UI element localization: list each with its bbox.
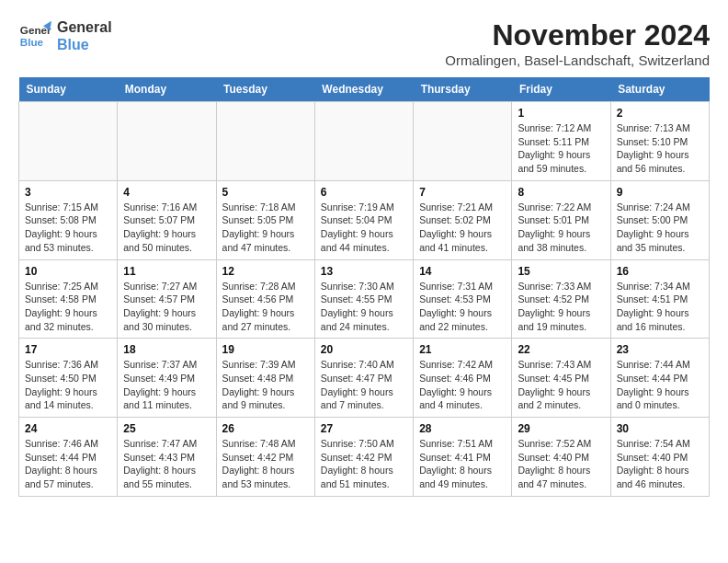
day-info: Sunrise: 7:33 AM Sunset: 4:52 PM Dayligh… <box>518 280 604 334</box>
calendar-cell: 11Sunrise: 7:27 AM Sunset: 4:57 PM Dayli… <box>118 259 216 339</box>
day-info: Sunrise: 7:51 AM Sunset: 4:41 PM Dayligh… <box>419 437 506 491</box>
day-number: 11 <box>123 265 210 278</box>
day-number: 29 <box>518 422 604 435</box>
calendar-cell: 7Sunrise: 7:21 AM Sunset: 5:02 PM Daylig… <box>414 180 512 259</box>
day-of-week-monday: Monday <box>118 77 216 102</box>
day-info: Sunrise: 7:18 AM Sunset: 5:05 PM Dayligh… <box>222 201 309 255</box>
day-info: Sunrise: 7:19 AM Sunset: 5:04 PM Dayligh… <box>321 201 407 255</box>
day-info: Sunrise: 7:54 AM Sunset: 4:40 PM Dayligh… <box>617 437 703 491</box>
day-number: 7 <box>419 186 506 199</box>
calendar-cell: 28Sunrise: 7:51 AM Sunset: 4:41 PM Dayli… <box>414 418 512 497</box>
day-of-week-saturday: Saturday <box>610 77 709 102</box>
day-number: 2 <box>617 107 703 120</box>
day-info: Sunrise: 7:24 AM Sunset: 5:00 PM Dayligh… <box>617 201 703 255</box>
calendar-cell: 25Sunrise: 7:47 AM Sunset: 4:43 PM Dayli… <box>118 418 216 497</box>
day-number: 8 <box>518 186 604 199</box>
calendar-cell: 12Sunrise: 7:28 AM Sunset: 4:56 PM Dayli… <box>216 259 314 339</box>
day-info: Sunrise: 7:13 AM Sunset: 5:10 PM Dayligh… <box>617 121 703 176</box>
day-info: Sunrise: 7:21 AM Sunset: 5:02 PM Dayligh… <box>419 201 506 255</box>
day-number: 5 <box>222 186 309 199</box>
location-title: Ormalingen, Basel-Landschaft, Switzerlan… <box>445 52 710 68</box>
day-info: Sunrise: 7:12 AM Sunset: 5:11 PM Dayligh… <box>518 121 604 176</box>
calendar-cell: 20Sunrise: 7:40 AM Sunset: 4:47 PM Dayli… <box>314 339 413 418</box>
calendar-cell: 13Sunrise: 7:30 AM Sunset: 4:55 PM Dayli… <box>314 259 413 339</box>
day-of-week-wednesday: Wednesday <box>314 77 413 102</box>
day-info: Sunrise: 7:28 AM Sunset: 4:56 PM Dayligh… <box>222 280 309 334</box>
day-number: 24 <box>25 422 111 435</box>
day-number: 19 <box>222 343 309 356</box>
day-info: Sunrise: 7:48 AM Sunset: 4:42 PM Dayligh… <box>222 437 309 491</box>
day-number: 20 <box>321 343 407 356</box>
day-number: 30 <box>617 422 703 435</box>
calendar-cell: 9Sunrise: 7:24 AM Sunset: 5:00 PM Daylig… <box>610 180 709 259</box>
day-of-week-thursday: Thursday <box>414 77 512 102</box>
day-number: 28 <box>419 422 506 435</box>
day-number: 9 <box>617 186 703 199</box>
svg-text:Blue: Blue <box>20 36 44 48</box>
day-number: 22 <box>518 343 604 356</box>
day-of-week-sunday: Sunday <box>19 77 118 102</box>
day-number: 16 <box>617 265 703 278</box>
calendar-cell: 29Sunrise: 7:52 AM Sunset: 4:40 PM Dayli… <box>512 418 610 497</box>
calendar-cell: 18Sunrise: 7:37 AM Sunset: 4:49 PM Dayli… <box>118 339 216 418</box>
calendar-cell: 1Sunrise: 7:12 AM Sunset: 5:11 PM Daylig… <box>512 102 610 181</box>
calendar-week-1: 1Sunrise: 7:12 AM Sunset: 5:11 PM Daylig… <box>19 102 710 181</box>
day-info: Sunrise: 7:46 AM Sunset: 4:44 PM Dayligh… <box>25 437 111 491</box>
calendar-cell <box>216 102 314 181</box>
day-info: Sunrise: 7:50 AM Sunset: 4:42 PM Dayligh… <box>321 437 407 491</box>
calendar-week-5: 24Sunrise: 7:46 AM Sunset: 4:44 PM Dayli… <box>19 418 710 497</box>
calendar-cell <box>118 102 216 181</box>
day-info: Sunrise: 7:47 AM Sunset: 4:43 PM Dayligh… <box>123 437 210 491</box>
logo-icon: General Blue <box>18 19 51 52</box>
day-info: Sunrise: 7:37 AM Sunset: 4:49 PM Dayligh… <box>123 358 210 412</box>
logo: General Blue General Blue <box>18 18 112 53</box>
day-info: Sunrise: 7:16 AM Sunset: 5:07 PM Dayligh… <box>123 201 210 255</box>
day-info: Sunrise: 7:36 AM Sunset: 4:50 PM Dayligh… <box>25 358 111 412</box>
day-number: 26 <box>222 422 309 435</box>
calendar-cell: 17Sunrise: 7:36 AM Sunset: 4:50 PM Dayli… <box>19 339 118 418</box>
day-number: 13 <box>321 265 407 278</box>
calendar-week-2: 3Sunrise: 7:15 AM Sunset: 5:08 PM Daylig… <box>19 180 710 259</box>
calendar-cell: 21Sunrise: 7:42 AM Sunset: 4:46 PM Dayli… <box>414 339 512 418</box>
day-info: Sunrise: 7:34 AM Sunset: 4:51 PM Dayligh… <box>617 280 703 334</box>
day-info: Sunrise: 7:27 AM Sunset: 4:57 PM Dayligh… <box>123 280 210 334</box>
calendar-cell: 8Sunrise: 7:22 AM Sunset: 5:01 PM Daylig… <box>512 180 610 259</box>
day-info: Sunrise: 7:52 AM Sunset: 4:40 PM Dayligh… <box>518 437 604 491</box>
calendar-cell: 6Sunrise: 7:19 AM Sunset: 5:04 PM Daylig… <box>314 180 413 259</box>
calendar-cell: 10Sunrise: 7:25 AM Sunset: 4:58 PM Dayli… <box>19 259 118 339</box>
day-info: Sunrise: 7:44 AM Sunset: 4:44 PM Dayligh… <box>617 358 703 412</box>
day-number: 6 <box>321 186 407 199</box>
calendar-cell: 24Sunrise: 7:46 AM Sunset: 4:44 PM Dayli… <box>19 418 118 497</box>
calendar-cell: 19Sunrise: 7:39 AM Sunset: 4:48 PM Dayli… <box>216 339 314 418</box>
calendar: SundayMondayTuesdayWednesdayThursdayFrid… <box>18 77 710 497</box>
calendar-cell: 4Sunrise: 7:16 AM Sunset: 5:07 PM Daylig… <box>118 180 216 259</box>
day-info: Sunrise: 7:22 AM Sunset: 5:01 PM Dayligh… <box>518 201 604 255</box>
day-of-week-friday: Friday <box>512 77 610 102</box>
day-info: Sunrise: 7:39 AM Sunset: 4:48 PM Dayligh… <box>222 358 309 412</box>
calendar-cell: 14Sunrise: 7:31 AM Sunset: 4:53 PM Dayli… <box>414 259 512 339</box>
calendar-cell <box>414 102 512 181</box>
calendar-cell: 27Sunrise: 7:50 AM Sunset: 4:42 PM Dayli… <box>314 418 413 497</box>
calendar-cell: 23Sunrise: 7:44 AM Sunset: 4:44 PM Dayli… <box>610 339 709 418</box>
day-number: 1 <box>518 107 604 120</box>
calendar-cell: 16Sunrise: 7:34 AM Sunset: 4:51 PM Dayli… <box>610 259 709 339</box>
day-info: Sunrise: 7:31 AM Sunset: 4:53 PM Dayligh… <box>419 280 506 334</box>
calendar-header-row: SundayMondayTuesdayWednesdayThursdayFrid… <box>19 77 710 102</box>
day-info: Sunrise: 7:15 AM Sunset: 5:08 PM Dayligh… <box>25 201 111 255</box>
month-title: November 2024 <box>445 18 710 52</box>
calendar-week-4: 17Sunrise: 7:36 AM Sunset: 4:50 PM Dayli… <box>19 339 710 418</box>
logo-line2: Blue <box>57 36 112 53</box>
day-number: 25 <box>123 422 210 435</box>
calendar-cell: 22Sunrise: 7:43 AM Sunset: 4:45 PM Dayli… <box>512 339 610 418</box>
day-number: 3 <box>25 186 111 199</box>
day-number: 10 <box>25 265 111 278</box>
calendar-week-3: 10Sunrise: 7:25 AM Sunset: 4:58 PM Dayli… <box>19 259 710 339</box>
day-number: 14 <box>419 265 506 278</box>
calendar-cell: 26Sunrise: 7:48 AM Sunset: 4:42 PM Dayli… <box>216 418 314 497</box>
calendar-cell: 15Sunrise: 7:33 AM Sunset: 4:52 PM Dayli… <box>512 259 610 339</box>
logo-line1: General <box>57 18 112 36</box>
day-number: 12 <box>222 265 309 278</box>
day-number: 17 <box>25 343 111 356</box>
title-area: November 2024 Ormalingen, Basel-Landscha… <box>445 18 710 68</box>
calendar-cell <box>314 102 413 181</box>
